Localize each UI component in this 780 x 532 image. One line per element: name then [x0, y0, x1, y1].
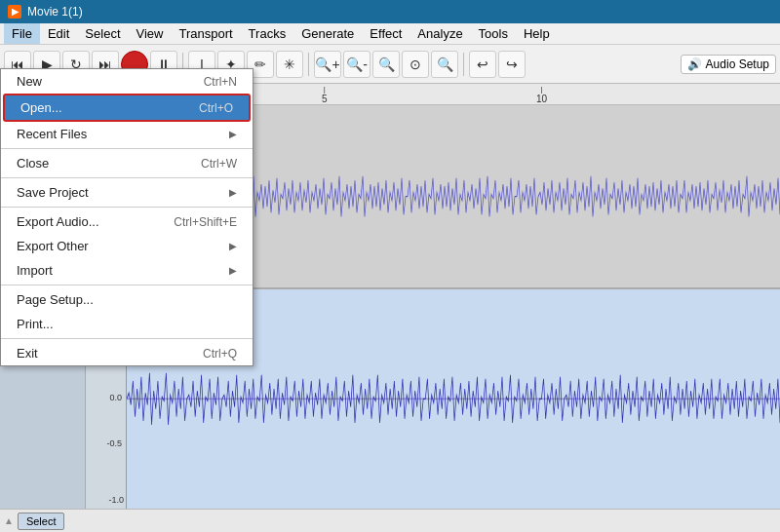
menu-saveproject-arrow: ▶: [229, 187, 237, 198]
menu-open[interactable]: Open... Ctrl+O: [3, 94, 251, 122]
menu-exit[interactable]: Exit Ctrl+Q: [1, 341, 253, 365]
redo-btn[interactable]: ↪: [498, 51, 526, 78]
menu-recent-label: Recent Files: [17, 127, 87, 141]
zoom-width-btn[interactable]: ⊙: [402, 51, 429, 78]
menu-import-label: Import: [17, 263, 53, 278]
menu-generate[interactable]: Generate: [293, 23, 362, 44]
menu-help[interactable]: Help: [516, 23, 558, 44]
sep5: [1, 338, 253, 339]
menu-effect[interactable]: Effect: [362, 23, 410, 44]
menu-transport[interactable]: Transport: [171, 23, 240, 44]
menu-tools[interactable]: Tools: [471, 23, 516, 44]
sep2: [1, 177, 253, 178]
menu-exportaudio-label: Export Audio...: [17, 214, 99, 229]
menu-new[interactable]: New Ctrl+N: [1, 69, 253, 94]
menu-select[interactable]: Select: [77, 23, 128, 44]
menu-exportother-arrow: ▶: [229, 241, 237, 251]
title-bar: ▶ Movie 1(1): [0, 0, 780, 23]
menu-file[interactable]: File: [4, 23, 40, 44]
menu-close-shortcut: Ctrl+W: [201, 157, 237, 171]
sep3: [1, 207, 253, 208]
zoom-reset-btn[interactable]: 🔍: [431, 51, 458, 78]
menu-saveproject-label: Save Project: [17, 185, 89, 200]
menu-open-shortcut: Ctrl+O: [199, 101, 233, 115]
menu-exit-shortcut: Ctrl+Q: [203, 347, 237, 361]
menu-pagesetup[interactable]: Page Setup...: [1, 287, 253, 312]
zoom-fit-btn[interactable]: 🔍: [372, 51, 400, 78]
sep-t3: [463, 53, 464, 76]
menu-recent-arrow: ▶: [229, 129, 237, 139]
title-text: Movie 1(1): [27, 5, 83, 19]
menu-tracks[interactable]: Tracks: [241, 23, 294, 44]
audio-setup-btn[interactable]: 🔊 Audio Setup: [681, 55, 776, 74]
select-btn[interactable]: Select: [18, 513, 65, 530]
menu-saveproject[interactable]: Save Project ▶: [1, 180, 253, 205]
menu-open-label: Open...: [20, 100, 62, 115]
status-bar: ▲ Select: [0, 509, 780, 532]
sep4: [1, 285, 253, 285]
zoom-in-btn[interactable]: 🔍+: [314, 51, 341, 78]
menu-bar: File Edit Select View Transport Tracks G…: [0, 23, 780, 45]
y-label-0: 0.0: [109, 393, 122, 402]
menu-exportother-label: Export Other: [17, 239, 89, 253]
ruler-mark-10: 10: [536, 85, 547, 104]
menu-exportaudio[interactable]: Export Audio... Ctrl+Shift+E: [1, 209, 253, 234]
y-label-n1: -1.0: [108, 495, 124, 505]
menu-print-label: Print...: [17, 317, 54, 331]
sep1: [1, 148, 253, 149]
menu-recent[interactable]: Recent Files ▶: [1, 122, 253, 146]
menu-new-label: New: [17, 74, 42, 89]
menu-close-label: Close: [17, 156, 49, 171]
menu-new-shortcut: Ctrl+N: [204, 75, 237, 89]
multitool2-btn[interactable]: ✳: [276, 51, 303, 78]
zoom-out-btn[interactable]: 🔍-: [343, 51, 370, 78]
app-icon: ▶: [8, 5, 21, 19]
menu-pagesetup-label: Page Setup...: [17, 292, 94, 307]
menu-exportother[interactable]: Export Other ▶: [1, 234, 253, 258]
undo-btn[interactable]: ↩: [469, 51, 496, 78]
menu-view[interactable]: View: [129, 23, 172, 44]
menu-exportaudio-shortcut: Ctrl+Shift+E: [174, 215, 237, 229]
collapse-icon: ▲: [4, 515, 14, 526]
sep-t2: [308, 53, 309, 76]
menu-edit[interactable]: Edit: [40, 23, 77, 44]
menu-exit-label: Exit: [17, 346, 38, 361]
volume-icon: 🔊: [687, 57, 702, 71]
menu-close[interactable]: Close Ctrl+W: [1, 151, 253, 175]
menu-import-arrow: ▶: [229, 265, 237, 276]
menu-print[interactable]: Print...: [1, 312, 253, 336]
y-label-n05: -0.5: [106, 438, 122, 448]
file-dropdown-menu: New Ctrl+N Open... Ctrl+O Recent Files ▶…: [0, 68, 254, 366]
audio-setup-label: Audio Setup: [706, 57, 769, 71]
menu-import[interactable]: Import ▶: [1, 258, 253, 283]
ruler-mark-5: 5: [322, 85, 328, 104]
menu-analyze[interactable]: Analyze: [410, 23, 470, 44]
